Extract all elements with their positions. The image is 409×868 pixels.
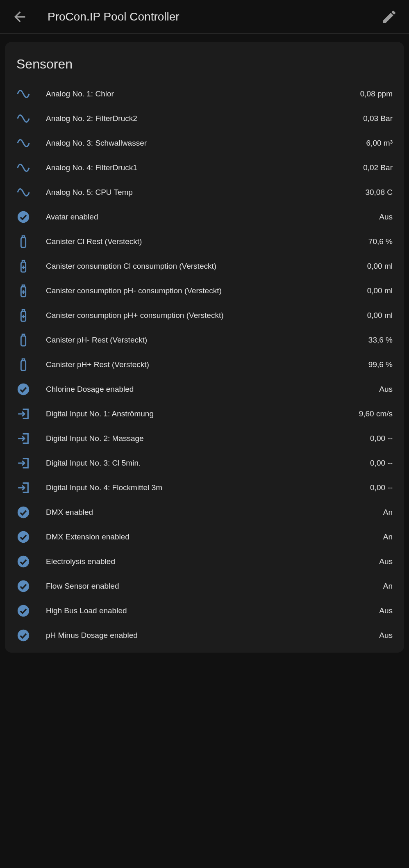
- sensor-row[interactable]: DMX enabledAn: [5, 500, 404, 525]
- sensor-row[interactable]: Canister Cl Rest (Versteckt)70,6 %: [5, 229, 404, 254]
- sensor-value: 70,6 %: [368, 237, 393, 246]
- sensor-label: Analog No. 2: FilterDruck2: [46, 114, 357, 123]
- sensor-label: Avatar enabled: [46, 212, 373, 222]
- bottle-plus-icon: [16, 284, 30, 298]
- sensor-row[interactable]: Digital Input No. 3: Cl 5min.0,00 --: [5, 451, 404, 475]
- edit-button[interactable]: [381, 9, 398, 25]
- sensor-row[interactable]: Canister pH- Rest (Versteckt)33,6 %: [5, 328, 404, 352]
- sensor-value: 0,00 ml: [367, 286, 393, 295]
- sensor-row[interactable]: DMX Extension enabledAn: [5, 525, 404, 549]
- sensor-row[interactable]: Electrolysis enabledAus: [5, 549, 404, 574]
- sensor-value: 0,00 ml: [367, 311, 393, 320]
- sensors-card: Sensoren Analog No. 1: Chlor0,08 ppmAnal…: [5, 42, 404, 653]
- sine-icon: [16, 185, 30, 199]
- sensor-value: 0,08 ppm: [360, 89, 393, 98]
- sensor-row[interactable]: Chlorine Dosage enabledAus: [5, 377, 404, 402]
- sensor-value: 33,6 %: [368, 336, 393, 345]
- sensor-label: DMX enabled: [46, 508, 377, 517]
- sine-icon: [16, 87, 30, 101]
- sensor-row[interactable]: Analog No. 5: CPU Temp30,08 C: [5, 180, 404, 205]
- input-icon: [16, 456, 30, 470]
- sensor-value: 0,00 --: [370, 459, 393, 468]
- sensor-row[interactable]: Canister consumption Cl consumption (Ver…: [5, 254, 404, 279]
- bottle-icon: [16, 235, 30, 249]
- sensor-value: Aus: [379, 212, 393, 222]
- sensor-label: High Bus Load enabled: [46, 606, 373, 615]
- check-icon: [16, 530, 30, 544]
- card-title: Sensoren: [5, 52, 404, 82]
- sine-icon: [16, 136, 30, 150]
- app-header: ProCon.IP Pool Controller: [0, 0, 409, 34]
- input-icon: [16, 432, 30, 445]
- sensor-label: Electrolysis enabled: [46, 557, 373, 566]
- check-icon: [16, 579, 30, 593]
- check-icon: [16, 505, 30, 519]
- sensor-label: Canister consumption pH- consumption (Ve…: [46, 286, 361, 295]
- sensor-value: An: [383, 508, 393, 517]
- sensor-value: 0,02 Bar: [363, 163, 393, 172]
- sensor-label: Analog No. 1: Chlor: [46, 89, 354, 98]
- page-title: ProCon.IP Pool Controller: [48, 10, 381, 23]
- sensor-label: pH Minus Dosage enabled: [46, 631, 373, 640]
- sensor-label: Chlorine Dosage enabled: [46, 385, 373, 394]
- sensor-label: Canister pH- Rest (Versteckt): [46, 336, 362, 345]
- sensor-row[interactable]: pH Minus Dosage enabledAus: [5, 623, 404, 648]
- sensor-row[interactable]: Canister consumption pH- consumption (Ve…: [5, 279, 404, 303]
- sensor-label: Digital Input No. 1: Anströmung: [46, 409, 352, 418]
- sensor-label: Digital Input No. 4: Flockmittel 3m: [46, 483, 364, 492]
- sensor-row[interactable]: Analog No. 3: Schwallwasser6,00 m³: [5, 131, 404, 155]
- sensor-value: 0,00 ml: [367, 262, 393, 271]
- input-icon: [16, 407, 30, 421]
- bottle-plus-icon: [16, 308, 30, 322]
- sine-icon: [16, 112, 30, 126]
- bottle-icon: [16, 358, 30, 372]
- sensor-row[interactable]: Digital Input No. 4: Flockmittel 3m0,00 …: [5, 475, 404, 500]
- sensor-value: 99,6 %: [368, 360, 393, 369]
- sensor-value: An: [383, 532, 393, 541]
- sensor-value: 30,08 C: [365, 188, 393, 197]
- sensor-label: Analog No. 5: CPU Temp: [46, 188, 359, 197]
- sensor-label: Canister Cl Rest (Versteckt): [46, 237, 362, 246]
- sensor-row[interactable]: Analog No. 2: FilterDruck20,03 Bar: [5, 106, 404, 131]
- input-icon: [16, 481, 30, 495]
- back-button[interactable]: [11, 9, 28, 25]
- sensor-row[interactable]: Canister pH+ Rest (Versteckt)99,6 %: [5, 352, 404, 377]
- sensor-row[interactable]: Analog No. 1: Chlor0,08 ppm: [5, 82, 404, 106]
- sensor-label: Analog No. 4: FilterDruck1: [46, 163, 357, 172]
- sensor-value: 0,03 Bar: [363, 114, 393, 123]
- bottle-icon: [16, 333, 30, 347]
- sensor-row[interactable]: Digital Input No. 2: Massage0,00 --: [5, 426, 404, 451]
- sensor-value: Aus: [379, 385, 393, 394]
- sensor-value: 0,00 --: [370, 483, 393, 492]
- sensor-value: Aus: [379, 557, 393, 566]
- check-icon: [16, 604, 30, 618]
- sensor-label: DMX Extension enabled: [46, 532, 377, 541]
- check-icon: [16, 555, 30, 569]
- sensor-row[interactable]: Canister consumption pH+ consumption (Ve…: [5, 303, 404, 328]
- sine-icon: [16, 161, 30, 175]
- pencil-icon: [381, 9, 398, 25]
- sensor-label: Canister consumption Cl consumption (Ver…: [46, 262, 361, 271]
- sensor-value: An: [383, 582, 393, 591]
- sensor-label: Digital Input No. 3: Cl 5min.: [46, 459, 364, 468]
- sensor-value: 0,00 --: [370, 434, 393, 443]
- sensor-value: Aus: [379, 631, 393, 640]
- sensor-label: Digital Input No. 2: Massage: [46, 434, 364, 443]
- sensor-row[interactable]: Flow Sensor enabledAn: [5, 574, 404, 598]
- check-icon: [16, 628, 30, 642]
- sensor-row[interactable]: High Bus Load enabledAus: [5, 598, 404, 623]
- sensor-row[interactable]: Avatar enabledAus: [5, 205, 404, 229]
- bottle-plus-icon: [16, 259, 30, 273]
- sensor-label: Canister pH+ Rest (Versteckt): [46, 360, 362, 369]
- sensor-row[interactable]: Analog No. 4: FilterDruck10,02 Bar: [5, 155, 404, 180]
- sensor-value: 9,60 cm/s: [359, 409, 393, 418]
- sensor-value: 6,00 m³: [366, 139, 393, 148]
- sensor-label: Flow Sensor enabled: [46, 582, 377, 591]
- sensor-value: Aus: [379, 606, 393, 615]
- sensor-label: Canister consumption pH+ consumption (Ve…: [46, 311, 361, 320]
- sensor-row[interactable]: Digital Input No. 1: Anströmung9,60 cm/s: [5, 402, 404, 426]
- arrow-left-icon: [11, 9, 28, 25]
- check-icon: [16, 382, 30, 396]
- check-icon: [16, 210, 30, 224]
- sensor-label: Analog No. 3: Schwallwasser: [46, 139, 360, 148]
